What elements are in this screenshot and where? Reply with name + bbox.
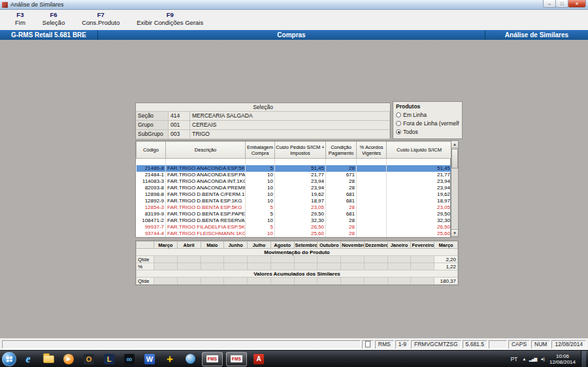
product-row[interactable]: 93744-4FAR.TRIGO FLEISCHMANN 1KG1025,602…: [137, 231, 452, 237]
cell-condicao[interactable]: 681: [326, 191, 357, 198]
cell-custo_pedido[interactable]: 23,05: [275, 204, 326, 211]
menu-item-cons-produto[interactable]: F7 Cons.Produto: [73, 10, 128, 30]
outlook-icon[interactable]: O: [80, 352, 97, 366]
menu-item-exibir-condicoes[interactable]: F9 Exibir Condições Gerais: [128, 10, 212, 30]
cell-custo_liquido[interactable]: 23,05: [387, 204, 452, 211]
cell-custo_liquido[interactable]: 23,94: [387, 185, 452, 191]
cell-condicao[interactable]: 28: [326, 217, 357, 224]
cell-embalagem[interactable]: 5: [246, 211, 275, 217]
word-icon[interactable]: W: [141, 352, 158, 366]
cell-acordos[interactable]: [357, 231, 387, 237]
lotus-icon[interactable]: L: [101, 352, 118, 366]
cell-codigo[interactable]: 12898-8: [137, 191, 166, 198]
cell-embalagem[interactable]: 5: [246, 204, 275, 211]
cell-descricao[interactable]: FAR.TRIGO D.BENTA ESP.1KG: [166, 198, 246, 204]
cell-custo_liquido[interactable]: 21,77: [387, 172, 452, 178]
product-row[interactable]: 108471-2FAR.TRIGO D.BENTA RESERVA ESP.1K…: [137, 217, 452, 224]
cell-descricao[interactable]: FAR.TRIGO ANACONDA PREMIUM 1KG: [166, 185, 246, 191]
cell-custo_pedido[interactable]: 32,30: [275, 217, 326, 224]
cell-acordos[interactable]: [357, 191, 387, 198]
product-row[interactable]: 12892-9FAR.TRIGO D.BENTA ESP.1KG1018,976…: [137, 198, 452, 204]
product-row[interactable]: 12898-8FAR.TRIGO D.BENTA C/FERM.1KG1019,…: [137, 191, 452, 198]
cell-condicao[interactable]: 28: [326, 185, 357, 191]
cell-condicao[interactable]: 671: [326, 172, 357, 178]
cell-descricao[interactable]: [166, 159, 246, 165]
cell-condicao[interactable]: 28: [326, 165, 357, 172]
cell-embalagem[interactable]: 5: [246, 224, 275, 231]
cell-custo_pedido[interactable]: 25,60: [275, 231, 326, 237]
internet-explorer-icon[interactable]: e: [20, 352, 37, 366]
cell-custo_pedido[interactable]: 51,45: [275, 165, 326, 172]
volume-icon[interactable]: ◄): [540, 357, 544, 361]
cell-acordos[interactable]: [357, 165, 387, 172]
cell-custo_pedido[interactable]: 23,94: [275, 178, 326, 185]
product-row[interactable]: 83199-9FAR.TRIGO D.BENTA ESP.PAPEL 5KG52…: [137, 211, 452, 217]
radio-option-em-linha[interactable]: Em Linha: [396, 110, 459, 119]
scroll-up-icon[interactable]: ▲: [451, 141, 458, 148]
cell-custo_liquido[interactable]: 29,50: [387, 211, 452, 217]
plus-app-icon[interactable]: +: [161, 352, 178, 366]
cell-embalagem[interactable]: 10: [246, 231, 275, 237]
cell-acordos[interactable]: [357, 172, 387, 178]
cell-condicao[interactable]: 681: [326, 211, 357, 217]
cell-embalagem[interactable]: [246, 159, 275, 165]
cell-codigo[interactable]: 114083-3: [137, 178, 166, 185]
cell-custo_liquido[interactable]: 32,30: [387, 217, 452, 224]
product-row[interactable]: [137, 159, 452, 165]
cell-embalagem[interactable]: 10: [246, 198, 275, 204]
cell-custo_pedido[interactable]: 21,77: [275, 172, 326, 178]
radio-option-fora-de-linha[interactable]: Fora de Linha (vermelho): [396, 119, 459, 127]
cell-codigo[interactable]: 21484-1: [137, 172, 166, 178]
start-button[interactable]: [2, 352, 16, 366]
cell-descricao[interactable]: FAR.TRIGO D.BENTA ESP.5KG: [166, 204, 246, 211]
cell-codigo[interactable]: 12892-9: [137, 198, 166, 204]
cell-custo_pedido[interactable]: [275, 159, 326, 165]
cell-acordos[interactable]: [357, 211, 387, 217]
product-row[interactable]: 21486-8FAR.TRIGO ANACONDA ESP.5KG551,452…: [137, 165, 452, 172]
language-indicator[interactable]: PT: [509, 356, 519, 362]
radio-icon[interactable]: [396, 112, 401, 118]
chevron-up-icon[interactable]: ▲: [522, 357, 525, 361]
cell-codigo[interactable]: 82093-8: [137, 185, 166, 191]
cell-embalagem[interactable]: 10: [246, 191, 275, 198]
cell-codigo[interactable]: 99937-7: [137, 224, 166, 231]
fms-window-1-icon[interactable]: FMS: [202, 352, 223, 366]
close-button[interactable]: ×: [568, 0, 586, 8]
scrollbar-track[interactable]: [451, 148, 458, 229]
cell-custo_pedido[interactable]: 26,50: [275, 224, 326, 231]
scrollbar-thumb[interactable]: [451, 149, 458, 168]
radio-option-todos[interactable]: Todos: [396, 127, 459, 136]
cell-condicao[interactable]: 28: [326, 178, 357, 185]
cell-condicao[interactable]: 28: [326, 204, 357, 211]
network-icon[interactable]: ▂▄▆: [529, 357, 537, 362]
product-row[interactable]: 99937-7FAR.TRIGO FILADELFIA ESP.5KG526,5…: [137, 224, 452, 231]
cell-condicao[interactable]: 28: [326, 231, 357, 237]
cell-custo_pedido[interactable]: 19,62: [275, 191, 326, 198]
cell-embalagem[interactable]: 5: [246, 165, 275, 172]
infinity-icon[interactable]: ∞: [121, 352, 138, 366]
cell-codigo[interactable]: [137, 159, 166, 165]
cell-custo_liquido[interactable]: 23,94: [387, 178, 452, 185]
radio-icon[interactable]: [396, 129, 401, 135]
cell-custo_liquido[interactable]: 19,62: [387, 191, 452, 198]
cell-acordos[interactable]: [357, 217, 387, 224]
cell-acordos[interactable]: [357, 198, 387, 204]
cell-custo_pedido[interactable]: 18,97: [275, 198, 326, 204]
product-row[interactable]: 114083-3FAR.TRIGO ANACONDA INT.1KG1023,9…: [137, 178, 452, 185]
cell-embalagem[interactable]: 10: [246, 178, 275, 185]
folder-icon[interactable]: [40, 352, 57, 366]
cell-condicao[interactable]: 681: [326, 198, 357, 204]
cell-condicao[interactable]: 28: [326, 224, 357, 231]
cell-embalagem[interactable]: 10: [246, 217, 275, 224]
cell-descricao[interactable]: FAR.TRIGO ANACONDA INT.1KG: [166, 178, 246, 185]
cell-codigo[interactable]: 21486-8: [137, 165, 166, 172]
menu-item-fim[interactable]: F3 Fim: [7, 10, 34, 30]
cell-custo_liquido[interactable]: [387, 159, 452, 165]
product-row[interactable]: 21484-1FAR.TRIGO ANACONDA ESP.PAP.1KG102…: [137, 172, 452, 178]
scroll-down-icon[interactable]: ▼: [451, 229, 458, 236]
cell-codigo[interactable]: 93744-4: [137, 231, 166, 237]
minimize-button[interactable]: –: [543, 0, 556, 8]
cell-custo_liquido[interactable]: 51,45: [387, 165, 452, 172]
fms-window-2-icon[interactable]: FMS: [226, 352, 247, 366]
cell-descricao[interactable]: FAR.TRIGO FLEISCHMANN 1KG: [166, 231, 246, 237]
